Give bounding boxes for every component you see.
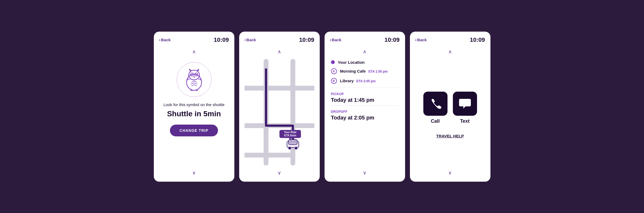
main-container: ‹ Back 10:09 ∧ xyxy=(146,25,498,188)
svg-text:ETA 5min: ETA 5min xyxy=(284,134,296,137)
screen3-back-button[interactable]: ‹ Back xyxy=(330,38,341,42)
text-button[interactable] xyxy=(453,92,477,116)
stop-a-circle: A xyxy=(331,68,337,74)
stop-a-info: Morning Cafe ETA 1:55 pm xyxy=(340,69,388,74)
screen1-header: ‹ Back 10:09 xyxy=(159,36,229,43)
stop-a-eta: ETA 1:55 pm xyxy=(369,70,388,73)
travel-help-link[interactable]: TRAVEL HELP xyxy=(436,134,464,138)
change-trip-button[interactable]: CHANGE TRIP xyxy=(170,125,218,136)
map-svg: Your Ride ETA 5min xyxy=(245,58,314,167)
owl-icon xyxy=(183,68,205,92)
screen2-back-arrow-icon: ‹ xyxy=(245,38,246,42)
screen2-back-button[interactable]: ‹ Back xyxy=(245,38,256,42)
your-location-item: Your Location xyxy=(331,60,399,65)
arrival-text: Shuttle in 5min xyxy=(167,110,221,118)
phone-icon xyxy=(430,98,441,110)
screen2-chevron-up[interactable]: ∧ xyxy=(275,48,284,56)
pickup-section: PICKUP Today at 1:45 pm xyxy=(331,92,399,103)
contact-buttons-row: Call Text xyxy=(423,92,477,124)
screen2-header: ‹ Back 10:09 xyxy=(245,36,314,43)
svg-point-4 xyxy=(191,74,192,75)
screen4-back-button[interactable]: ‹ Back xyxy=(415,38,427,42)
screen4-time: 10:09 xyxy=(470,36,485,43)
your-location-dot xyxy=(331,60,335,64)
screen2-time: 10:09 xyxy=(299,36,314,43)
call-button[interactable] xyxy=(423,92,447,116)
svg-text:Your Ride: Your Ride xyxy=(284,131,296,134)
message-icon xyxy=(459,98,471,110)
stop-b-eta: ETA 2:05 pm xyxy=(356,79,376,83)
screen-trip-details: ‹ Back 10:09 ∧ Your Location A Morning C… xyxy=(325,32,405,182)
dropoff-value: Today at 2:05 pm xyxy=(331,115,399,121)
screen4-header: ‹ Back 10:09 xyxy=(415,36,485,43)
screen3-back-arrow-icon: ‹ xyxy=(330,38,331,42)
stop-b-name: Library xyxy=(340,79,354,83)
divider-1 xyxy=(331,88,399,88)
text-button-item: Text xyxy=(453,92,477,124)
owl-symbol-circle xyxy=(177,62,212,97)
screen3-time: 10:09 xyxy=(384,36,399,43)
pickup-label: PICKUP xyxy=(331,92,399,96)
dropoff-label: DROPOFF xyxy=(331,110,399,114)
your-location-label: Your Location xyxy=(338,60,365,65)
screen2-back-label: Back xyxy=(246,38,256,42)
screen1-chevron-down[interactable]: ∨ xyxy=(190,167,198,177)
map-area[interactable]: Your Ride ETA 5min xyxy=(245,58,314,167)
screen2-chevron-down[interactable]: ∨ xyxy=(275,167,284,177)
svg-point-16 xyxy=(295,147,297,150)
screen1-time: 10:09 xyxy=(214,36,229,43)
stop-b-item: B Library ETA 2:05 pm xyxy=(331,78,399,84)
screen4-chevron-up[interactable]: ∧ xyxy=(446,48,454,56)
screen1-back-label: Back xyxy=(161,38,171,42)
screen3-back-label: Back xyxy=(332,38,341,42)
screen1-chevron-up[interactable]: ∧ xyxy=(190,48,198,56)
screen4-chevron-down[interactable]: ∨ xyxy=(446,167,454,177)
screen-map: ‹ Back 10:09 ∧ xyxy=(239,32,320,182)
symbol-label: Look for this symbol on the shuttle xyxy=(163,102,225,107)
stop-b-circle: B xyxy=(331,78,337,84)
trip-stops-section: Your Location A Morning Cafe ETA 1:55 pm… xyxy=(330,58,400,167)
call-button-item: Call xyxy=(423,92,447,124)
back-arrow-icon: ‹ xyxy=(159,38,161,42)
screen3-chevron-down[interactable]: ∨ xyxy=(360,167,369,177)
dropoff-section: DROPOFF Today at 2:05 pm xyxy=(331,110,399,121)
svg-rect-14 xyxy=(293,140,296,143)
screen3-chevron-up[interactable]: ∧ xyxy=(360,48,369,56)
text-label: Text xyxy=(460,118,470,124)
screen4-back-arrow-icon: ‹ xyxy=(415,38,417,42)
screen-shuttle-info: ‹ Back 10:09 ∧ xyxy=(154,32,234,182)
contact-content: Call Text TRAVEL HELP xyxy=(415,58,485,167)
stop-a-item: A Morning Cafe ETA 1:55 pm xyxy=(331,68,399,74)
call-label: Call xyxy=(431,118,440,124)
pickup-value: Today at 1:45 pm xyxy=(331,97,399,103)
screen4-back-label: Back xyxy=(417,38,427,42)
svg-rect-13 xyxy=(289,140,293,143)
screen3-header: ‹ Back 10:09 xyxy=(330,36,400,43)
svg-point-5 xyxy=(195,74,197,75)
screen1-back-button[interactable]: ‹ Back xyxy=(159,38,171,42)
svg-point-15 xyxy=(288,147,291,150)
stop-a-name: Morning Cafe xyxy=(340,69,366,73)
divider-2 xyxy=(331,105,399,106)
stop-b-info: Library ETA 2:05 pm xyxy=(340,79,376,83)
screen-contact: ‹ Back 10:09 ∧ Call xyxy=(410,32,490,182)
